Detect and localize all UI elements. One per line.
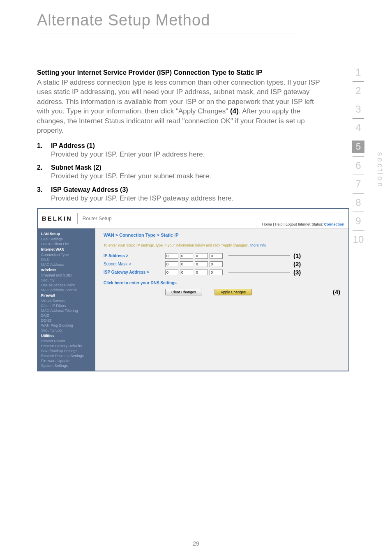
instruction-main: To enter your Static IP settings, type i…: [104, 243, 250, 247]
intro-bold-ref: (4): [230, 107, 239, 115]
sidebar-item[interactable]: Use as Access Point: [38, 283, 95, 288]
router-main: WAN > Connection Type > Static IP To ent…: [95, 228, 348, 371]
ip-octet-input[interactable]: 0: [210, 253, 223, 259]
router-sidebar: LAN SetupLAN SettingsDHCP Client ListInt…: [38, 228, 95, 371]
section-nav-item[interactable]: 4: [348, 119, 369, 137]
sidebar-group: LAN Setup: [38, 231, 95, 237]
ip-octet-input[interactable]: 0: [165, 261, 178, 267]
more-info-link[interactable]: More Info: [250, 243, 266, 247]
field-label: ISP Gateway Address >: [104, 270, 165, 274]
ip-octet-input[interactable]: 0: [210, 270, 223, 275]
section-label: section: [376, 152, 385, 188]
item-number: 2.: [37, 164, 51, 181]
sidebar-item[interactable]: Virtual Servers: [38, 298, 95, 303]
sidebar-item[interactable]: MAC Address Control: [38, 288, 95, 293]
annotation-number: (2): [293, 260, 301, 267]
sidebar-item[interactable]: DMZ: [38, 313, 95, 318]
field-label: IP Address >: [104, 253, 165, 258]
list-item: 1. IP Address (1) Provided by your ISP. …: [37, 142, 325, 159]
instruction-text: To enter your Static IP settings, type i…: [104, 243, 340, 247]
sidebar-item[interactable]: Save/Backup Settings: [38, 348, 95, 353]
ip-octet-input[interactable]: 0: [195, 270, 208, 275]
sidebar-group: Utilities: [38, 333, 95, 339]
sidebar-item[interactable]: WAN Ping Blocking: [38, 323, 95, 328]
annotation-line: [228, 256, 290, 256]
numbered-list: 1. IP Address (1) Provided by your ISP. …: [37, 142, 325, 203]
ip-octet-input[interactable]: 0: [195, 253, 208, 259]
list-item: 2. Subnet Mask (2) Provided by your ISP.…: [37, 164, 325, 181]
ip-octet-input[interactable]: 0: [210, 261, 223, 267]
sidebar-group: Internet WAN: [38, 247, 95, 252]
item-title: ISP Gateway Address (3): [51, 186, 325, 194]
router-subtitle: Router Setup: [83, 216, 112, 221]
section-nav-item[interactable]: 9: [348, 212, 369, 230]
sidebar-item[interactable]: Channel and SSID: [38, 273, 95, 278]
section-nav-item[interactable]: 2: [348, 82, 369, 100]
item-number: 1.: [37, 142, 51, 159]
item-number: 3.: [37, 186, 51, 203]
section-nav-item[interactable]: 6: [348, 157, 369, 175]
ip-octet-input[interactable]: 0: [165, 270, 178, 275]
item-title: IP Address (1): [51, 142, 325, 150]
section-nav-item[interactable]: 10: [348, 230, 369, 249]
sidebar-item[interactable]: Firmware Update: [38, 358, 95, 363]
sidebar-item[interactable]: Connection Type: [38, 252, 95, 257]
item-text: Provided by your ISP. Enter your IP addr…: [51, 150, 325, 159]
sidebar-item[interactable]: DNS: [38, 257, 95, 262]
dns-settings-link[interactable]: Click here to enter your DNS Settings: [104, 281, 340, 285]
clear-changes-button[interactable]: Clear Changes: [165, 289, 202, 295]
sidebar-item[interactable]: System Settings: [38, 363, 95, 368]
apply-changes-button[interactable]: Apply Changes: [214, 289, 252, 295]
sidebar-item[interactable]: LAN Settings: [38, 237, 95, 242]
button-row: Clear Changes Apply Changes (4): [104, 288, 340, 295]
sidebar-item[interactable]: MAC Address: [38, 262, 95, 267]
item-title: Subnet Mask (2): [51, 164, 325, 171]
annotation-line: [268, 292, 330, 292]
section-nav: 12345678910: [348, 63, 369, 249]
sidebar-item[interactable]: Client IP Filters: [38, 303, 95, 308]
header-divider: [77, 213, 78, 224]
section-nav-item[interactable]: 3: [348, 100, 369, 118]
section-heading: Setting your Internet Service Provider (…: [37, 69, 325, 76]
form-row: IP Address >0000(1): [104, 252, 340, 259]
sidebar-item[interactable]: Restore Factory Defaults: [38, 343, 95, 348]
breadcrumb: WAN > Connection Type > Static IP: [104, 233, 340, 237]
sidebar-item[interactable]: MAC Address Filtering: [38, 308, 95, 313]
section-nav-item[interactable]: 8: [348, 194, 369, 212]
ip-octet-input[interactable]: 0: [180, 261, 193, 267]
section-nav-item[interactable]: 7: [348, 175, 369, 193]
annotation-number: (3): [293, 269, 301, 276]
page-title: Alternate Setup Method: [37, 12, 210, 29]
field-label: Subnet Mask >: [104, 262, 165, 266]
router-top-links: Home | Help | Logout Internet Status: Co…: [262, 222, 344, 226]
ip-octet-input[interactable]: 0: [195, 261, 208, 267]
annotation-4: (4): [333, 288, 340, 295]
router-header: BELKIN Router Setup Home | Help | Logout…: [38, 209, 348, 228]
internet-status: Connection: [324, 222, 345, 226]
page-number: 29: [0, 540, 392, 547]
form-row: ISP Gateway Address >0000(3): [104, 269, 340, 276]
router-body: LAN SetupLAN SettingsDHCP Client ListInt…: [38, 228, 348, 371]
intro-paragraph: A static IP address connection type is l…: [37, 78, 325, 136]
title-underline: [37, 34, 300, 34]
item-text: Provided by your ISP. Enter the ISP gate…: [51, 194, 325, 203]
sidebar-item[interactable]: Restore Previous Settings: [38, 353, 95, 358]
sidebar-group: Wireless: [38, 267, 95, 273]
router-screenshot: BELKIN Router Setup Home | Help | Logout…: [37, 208, 349, 371]
sidebar-item[interactable]: DDNS: [38, 318, 95, 323]
annotation-line: [228, 264, 290, 264]
annotation-number: (1): [293, 252, 301, 259]
section-nav-item[interactable]: 5: [348, 137, 369, 156]
list-item: 3. ISP Gateway Address (3) Provided by y…: [37, 186, 325, 203]
ip-octet-input[interactable]: 0: [180, 270, 193, 275]
sidebar-item[interactable]: Security: [38, 278, 95, 283]
sidebar-item[interactable]: Security Log: [38, 328, 95, 333]
item-text: Provided by your ISP. Enter your subnet …: [51, 171, 325, 181]
ip-octet-input[interactable]: 0: [165, 253, 178, 259]
sidebar-item[interactable]: DHCP Client List: [38, 242, 95, 247]
toplinks-prefix: Home | Help | Logout Internet Status:: [262, 222, 324, 226]
sidebar-item[interactable]: Restart Router: [38, 339, 95, 343]
section-nav-item[interactable]: 1: [348, 63, 369, 81]
ip-octet-input[interactable]: 0: [180, 253, 193, 259]
belkin-logo: BELKIN: [42, 215, 72, 222]
